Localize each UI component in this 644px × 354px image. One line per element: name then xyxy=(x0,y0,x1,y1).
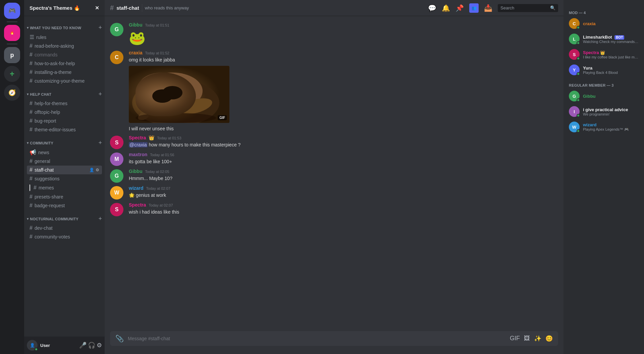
member-igive[interactable]: I i give practical advice We programmin' xyxy=(566,104,641,119)
channel-commands[interactable]: # commands xyxy=(27,50,102,59)
channel-name: commands xyxy=(35,52,57,57)
emoji-icon[interactable]: 😊 xyxy=(545,335,553,342)
thread-icon[interactable]: 💬 xyxy=(428,4,436,12)
notification-icon[interactable]: 🔔 xyxy=(442,4,450,12)
nitro-icon[interactable]: ✨ xyxy=(534,335,541,342)
add-channel-icon[interactable]: + xyxy=(98,91,102,98)
message-username[interactable]: Gibbu xyxy=(129,169,142,174)
message-username[interactable]: craxia xyxy=(129,50,142,55)
search-input[interactable]: Search xyxy=(500,5,548,10)
message-header: Spectra 👑 Today at 01:53 xyxy=(129,135,558,140)
member-yura[interactable]: Y Yura Playing Back 4 Blood xyxy=(566,62,641,77)
hash-icon: # xyxy=(30,100,33,106)
search-bar[interactable]: Search 🔍 xyxy=(498,4,558,12)
channel-bug-report[interactable]: # bug-report xyxy=(27,117,102,125)
message-username[interactable]: maxtron xyxy=(129,152,147,157)
pin-icon[interactable]: 📌 xyxy=(455,4,464,12)
hash-icon: ☰ xyxy=(30,34,34,40)
discord-home-button[interactable]: 🎮 xyxy=(4,3,20,19)
category-what-you-need[interactable]: ▾ WHAT YOU NEED TO KNOW + xyxy=(24,19,105,33)
message-username[interactable]: Spectra xyxy=(129,202,146,208)
channel-help-for-themes[interactable]: # help-for-themes xyxy=(27,99,102,108)
svg-point-11 xyxy=(136,113,216,123)
input-actions: GIF 🖼 ✨ 😊 xyxy=(510,335,553,342)
message-timestamp: Today at 01:56 xyxy=(150,153,174,157)
message-group: G Gibbu Today at 02:05 Hmmm... Maybe 10? xyxy=(105,168,564,183)
message-content: Spectra Today at 02:07 wish i had ideas … xyxy=(129,202,558,216)
channel-community-votes[interactable]: # community-votes xyxy=(27,232,102,241)
online-status-dot xyxy=(577,114,580,117)
member-avatar: I xyxy=(569,106,580,117)
message-text: wish i had ideas like this xyxy=(129,209,558,215)
channel-suggestions[interactable]: # suggestions xyxy=(27,174,102,183)
channel-presets-share[interactable]: # presets-share xyxy=(27,192,102,201)
jabba-gif-image xyxy=(129,66,229,123)
explore-icon: 🧭 xyxy=(8,89,16,96)
add-channel-icon[interactable]: + xyxy=(98,215,102,222)
microphone-icon[interactable]: 🎤 xyxy=(79,342,87,349)
channel-news[interactable]: 📢 news xyxy=(27,148,102,157)
inbox-icon[interactable]: 📥 xyxy=(484,4,492,12)
channel-name: installing-a-theme xyxy=(35,70,72,75)
member-spectra[interactable]: S Spectra 👑 I like my coffee black just … xyxy=(566,47,641,62)
channel-general[interactable]: # general xyxy=(27,157,102,166)
message-username[interactable]: wizard xyxy=(129,185,144,191)
message-username[interactable]: Gibbu xyxy=(129,22,142,28)
gif-input-icon[interactable]: GIF xyxy=(510,335,520,342)
hash-icon: # xyxy=(30,127,33,133)
headset-icon[interactable]: 🎧 xyxy=(88,342,95,349)
channel-topic: who reads this anyway xyxy=(145,5,189,10)
channel-header: # staff-chat who reads this anyway 💬 🔔 📌… xyxy=(105,0,564,16)
category-help-chat[interactable]: ▾ HELP CHAT + xyxy=(24,85,105,99)
channel-badge-request[interactable]: # badge-request xyxy=(27,201,102,210)
member-activity: I like my coffee black just like my... xyxy=(583,55,639,59)
member-limesharkbot[interactable]: L LimesharkBot BOT Watching Check my com… xyxy=(566,32,641,46)
message-content: Gibbu Today at 01:51 🐸 xyxy=(129,22,558,47)
member-avatar: C xyxy=(569,18,580,29)
avatar: S xyxy=(110,136,123,149)
members-sidebar: MOD — 4 C craxia L LimesharkBot BOT Watc… xyxy=(564,0,644,354)
channel-memes[interactable]: # memes xyxy=(27,183,102,192)
channel-offtopic-help[interactable]: # offtopic-help xyxy=(27,108,102,117)
server-avatar-icon: 🔥 xyxy=(10,31,14,35)
channel-how-to-ask[interactable]: # how-to-ask-for-help xyxy=(27,59,102,68)
server-icon-spectra[interactable]: 🔥 xyxy=(4,25,20,41)
message-username[interactable]: Spectra xyxy=(129,135,146,140)
server-icon-p[interactable]: p xyxy=(4,47,20,63)
add-server-button[interactable]: + xyxy=(4,66,20,82)
member-wizard[interactable]: W wizard Playing Apex Legends™ 🎮 xyxy=(566,120,641,134)
channel-rules[interactable]: ☰ rules xyxy=(27,33,102,42)
add-channel-icon[interactable]: + xyxy=(98,24,102,31)
member-list-icon[interactable]: 👥 xyxy=(469,3,479,13)
category-nocturnal[interactable]: ▾ NOCTURNAL COMMUNITY + xyxy=(24,210,105,224)
category-community[interactable]: ▾ COMMUNITY + xyxy=(24,134,105,148)
add-channel-icon[interactable]: + xyxy=(98,139,102,146)
attachment-icon[interactable]: 📎 xyxy=(115,335,124,343)
user-status-dot xyxy=(35,348,38,351)
channel-sidebar: Spectra's Themes 🔥 ✕ ▾ WHAT YOU NEED TO … xyxy=(24,0,105,354)
message-input-box: 📎 Message #staff-chat GIF 🖼 ✨ 😊 xyxy=(110,331,558,346)
user-controls: 🎤 🎧 ⚙ xyxy=(79,342,102,349)
channel-theme-editor[interactable]: # theme-editor-issues xyxy=(27,125,102,134)
message-content: Spectra 👑 Today at 01:53 @craxia how man… xyxy=(129,135,558,149)
member-gibbu[interactable]: G Gibbu xyxy=(566,89,641,103)
crown-badge: 👑 xyxy=(149,135,154,140)
hash-icon: # xyxy=(30,118,33,124)
member-craxia[interactable]: C craxia xyxy=(566,16,641,31)
message-header: Spectra Today at 02:07 xyxy=(129,202,558,208)
channel-dev-chat[interactable]: # dev-chat xyxy=(27,224,102,232)
sticker-icon[interactable]: 🖼 xyxy=(524,335,530,342)
explore-servers-button[interactable]: 🧭 xyxy=(4,85,20,101)
server-header[interactable]: Spectra's Themes 🔥 ✕ xyxy=(24,0,105,16)
channel-read-before-asking[interactable]: # read-before-asking xyxy=(27,42,102,50)
search-icon: 🔍 xyxy=(550,5,555,10)
mention-craxia[interactable]: @craxia xyxy=(129,142,148,147)
channel-staff-chat[interactable]: # staff-chat 👤 ⚙ xyxy=(27,166,102,174)
online-status-dot xyxy=(577,98,580,102)
settings-icon[interactable]: ⚙ xyxy=(97,342,102,349)
channel-customizing[interactable]: # customizing-your-theme xyxy=(27,77,102,85)
message-input[interactable]: Message #staff-chat xyxy=(128,336,506,341)
message-text: @craxia how many hours to make this mast… xyxy=(129,142,558,148)
channel-installing[interactable]: # installing-a-theme xyxy=(27,68,102,77)
channel-actions: 👤 ⚙ xyxy=(89,168,99,172)
